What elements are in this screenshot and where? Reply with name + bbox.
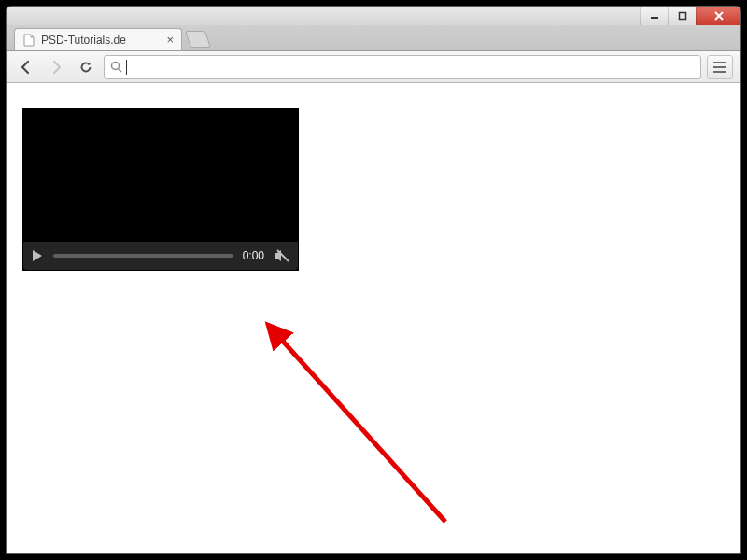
page-favicon-icon	[22, 34, 35, 47]
window-maximize-button[interactable]	[668, 7, 696, 25]
page-viewport: 0:00	[7, 83, 740, 553]
svg-line-5	[119, 69, 122, 73]
arrow-right-icon	[49, 60, 63, 75]
video-time-label: 0:00	[243, 249, 264, 262]
video-seek-slider[interactable]	[53, 254, 233, 258]
arrow-left-icon	[19, 60, 34, 75]
maximize-icon	[678, 11, 687, 21]
browser-menu-button[interactable]	[707, 55, 733, 79]
browser-window: PSD-Tutorials.de ×	[6, 6, 741, 554]
forward-button[interactable]	[44, 55, 68, 79]
browser-tab-active[interactable]: PSD-Tutorials.de ×	[14, 28, 182, 50]
new-tab-button[interactable]	[185, 31, 211, 48]
play-icon	[31, 249, 44, 262]
back-button[interactable]	[14, 55, 38, 79]
annotation-arrow-icon	[259, 316, 501, 554]
window-controls	[640, 7, 740, 25]
address-bar[interactable]	[104, 55, 701, 79]
close-icon	[713, 10, 725, 21]
speaker-muted-icon	[274, 248, 290, 263]
text-caret	[126, 60, 127, 75]
reload-button[interactable]	[74, 55, 98, 79]
svg-point-4	[112, 63, 120, 70]
window-minimize-button[interactable]	[640, 7, 668, 25]
tab-title: PSD-Tutorials.de	[41, 34, 126, 47]
tab-strip: PSD-Tutorials.de ×	[7, 25, 740, 51]
video-play-button[interactable]	[31, 249, 44, 262]
browser-toolbar	[7, 51, 740, 83]
video-player[interactable]: 0:00	[23, 109, 298, 270]
reload-icon	[78, 60, 93, 75]
screenshot-frame: PSD-Tutorials.de ×	[0, 0, 747, 560]
video-mute-button[interactable]	[274, 248, 290, 263]
svg-rect-1	[679, 13, 685, 20]
svg-line-7	[277, 335, 445, 522]
video-controls-bar: 0:00	[23, 242, 298, 270]
hamburger-icon	[713, 62, 726, 63]
search-icon	[110, 61, 122, 73]
address-input[interactable]	[131, 57, 695, 77]
minimize-icon	[650, 11, 659, 21]
tab-close-button[interactable]: ×	[166, 33, 174, 47]
window-close-button[interactable]	[696, 7, 740, 25]
window-titlebar	[7, 7, 740, 25]
